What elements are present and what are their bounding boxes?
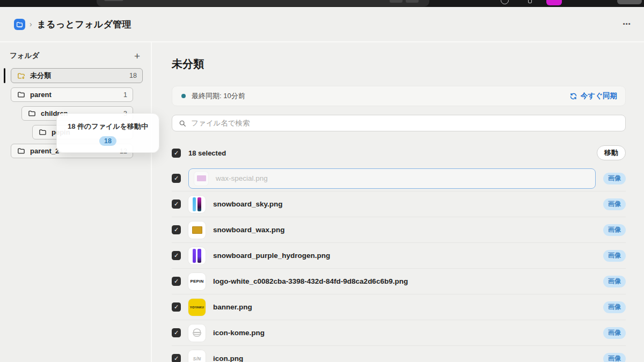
file-name: icon.png: [213, 354, 243, 362]
row-checkbox[interactable]: [172, 251, 181, 260]
file-row[interactable]: wax-special.png 画像: [172, 166, 626, 191]
file-name: snowboard_wax.png: [213, 226, 285, 234]
folder-name: parent: [30, 91, 123, 99]
selection-count-label: 18 selected: [188, 149, 597, 157]
sync-status-text: 最終同期: 10分前: [192, 91, 569, 101]
overflow-menu-icon[interactable]: ⋯: [623, 19, 631, 29]
file-row[interactable]: YOYAKU banner.png 画像: [172, 294, 626, 320]
file-thumbnail: [188, 324, 206, 342]
file-thumbnail: YOYAKU: [188, 299, 206, 316]
file-type-badge: 画像: [603, 327, 626, 339]
system-search-icon: [104, 0, 123, 1]
drag-count-badge: 18: [99, 136, 116, 146]
help-icon[interactable]: [501, 0, 509, 4]
sync-status-dot: [181, 94, 186, 98]
file-row[interactable]: snowboard_sky.png 画像: [172, 191, 626, 217]
file-type-badge: 画像: [603, 198, 626, 210]
folder-icon: [28, 109, 36, 117]
row-checkbox[interactable]: [172, 200, 181, 209]
file-type-badge: 画像: [603, 301, 626, 313]
system-topbar: [0, 0, 644, 7]
folder-icon: [17, 147, 25, 155]
breadcrumb-separator: ›: [30, 20, 32, 28]
folder-icon: [39, 128, 47, 136]
file-panel: 未分類 最終同期: 10分前 今すぐ同期 18 selected 移動: [152, 42, 644, 362]
system-search-shortcut: [406, 0, 419, 3]
app-folder-icon[interactable]: [14, 19, 25, 30]
sidebar-heading: フォルダ: [10, 51, 39, 61]
file-name: snowboard_purple_hydrogen.png: [213, 252, 330, 260]
rice-bowl-image: [191, 327, 203, 339]
app-header: › まるっとフォルダ管理 ⋯: [0, 7, 644, 42]
folder-icon: [17, 91, 25, 99]
folder-count: 1: [123, 91, 127, 99]
sync-icon: [569, 92, 577, 100]
row-checkbox[interactable]: [172, 328, 181, 337]
folder-sidebar: フォルダ + 未分類 18: [0, 42, 151, 362]
system-search-bar[interactable]: [97, 0, 429, 6]
sidebar-item-parent[interactable]: parent 1: [0, 87, 151, 102]
file-row[interactable]: icon-kome.png 画像: [172, 320, 626, 346]
sync-now-button[interactable]: 今すぐ同期: [569, 91, 617, 101]
window-control[interactable]: [617, 0, 642, 4]
drag-source-row[interactable]: wax-special.png: [188, 168, 596, 189]
select-all-checkbox[interactable]: [172, 149, 181, 158]
sync-status-bar: 最終同期: 10分前 今すぐ同期: [172, 86, 626, 106]
file-type-badge: 画像: [603, 276, 626, 287]
row-checkbox[interactable]: [172, 354, 181, 362]
selection-bar: 18 selected 移動: [172, 145, 626, 160]
file-name: icon-kome.png: [213, 329, 265, 337]
file-name: wax-special.png: [216, 174, 268, 182]
drag-tooltip: 18 件のファイルを移動中 18: [56, 113, 159, 153]
file-type-badge: 画像: [603, 173, 626, 184]
pin-icon[interactable]: [528, 0, 532, 3]
folder-move-icon: [17, 72, 25, 80]
drag-tooltip-text: 18 件のファイルを移動中: [64, 122, 151, 131]
file-thumbnail: S/N: [188, 350, 206, 362]
section-title: 未分類: [172, 57, 626, 71]
search-icon: [179, 120, 186, 127]
search-input[interactable]: [191, 119, 619, 127]
file-name: logo-white_c0082cba-3398-432d-84fd-9d8ca…: [213, 277, 408, 285]
file-row[interactable]: S/N icon.png 画像: [172, 346, 626, 362]
file-thumbnail: [188, 221, 206, 239]
file-thumbnail: PEPiN: [188, 273, 206, 290]
system-search-shortcut: [390, 0, 402, 3]
file-thumbnail: [188, 196, 206, 213]
file-name: banner.png: [213, 303, 252, 311]
file-row[interactable]: PEPiN logo-white_c0082cba-3398-432d-84fd…: [172, 269, 626, 294]
add-folder-button[interactable]: +: [134, 51, 140, 61]
avatar[interactable]: [546, 0, 562, 5]
page-title: まるっとフォルダ管理: [37, 18, 131, 31]
row-checkbox[interactable]: [172, 277, 181, 286]
file-name: snowboard_sky.png: [213, 200, 283, 208]
file-type-badge: 画像: [603, 224, 626, 236]
file-search: [172, 115, 626, 131]
folder-count: 18: [129, 72, 137, 79]
selected-indicator: [4, 68, 5, 83]
file-row[interactable]: snowboard_wax.png 画像: [172, 217, 626, 243]
file-thumbnail: [194, 172, 208, 186]
file-row[interactable]: snowboard_purple_hydrogen.png 画像: [172, 243, 626, 269]
row-checkbox[interactable]: [172, 302, 181, 312]
file-type-badge: 画像: [603, 250, 626, 262]
row-checkbox[interactable]: [172, 225, 181, 234]
file-type-badge: 画像: [603, 353, 626, 362]
file-thumbnail: [188, 247, 206, 264]
file-list: wax-special.png 画像 snowboard_sky.png 画像 …: [172, 166, 626, 362]
row-checkbox[interactable]: [172, 174, 181, 183]
folder-name: 未分類: [30, 71, 129, 80]
move-button[interactable]: 移動: [597, 145, 626, 160]
sidebar-item-unclassified[interactable]: 未分類 18: [0, 68, 151, 83]
